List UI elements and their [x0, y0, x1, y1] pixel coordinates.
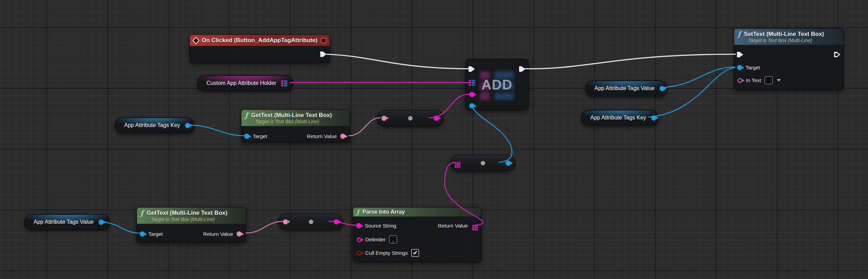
node-subtitle: Target is Text Box (Multi-Line): [151, 217, 242, 222]
cull-empty-strings-pin[interactable]: [357, 251, 362, 256]
pin-label: Target: [746, 65, 760, 70]
wire-exec-add-to-settext[interactable]: [522, 54, 736, 69]
in-text-pin[interactable]: [738, 78, 742, 83]
node-title: On Clicked (Button_AddAppTagAttribute): [202, 37, 317, 44]
return-value-pin[interactable]: [340, 134, 345, 139]
pin-label: Target: [253, 133, 267, 139]
in-text-input[interactable]: [765, 76, 773, 84]
value-output-pin[interactable]: [506, 161, 511, 166]
exec-in-pin[interactable]: [737, 52, 743, 57]
function-icon: ƒ: [357, 209, 359, 215]
pin-label: In Text: [746, 77, 761, 83]
wire-text-gettext-bottom-to-conv3[interactable]: [246, 221, 284, 233]
source-string-pin[interactable]: [356, 223, 361, 228]
conversion-dot-icon: [408, 116, 413, 121]
pin-label: Delimiter: [365, 237, 386, 242]
object-output-pin[interactable]: [659, 86, 665, 91]
node-subtitle: Target is Text Box (Multi-Line): [748, 38, 839, 43]
value-pin[interactable]: [469, 103, 474, 108]
wire-text-gettext-to-conv1[interactable]: [349, 118, 380, 136]
event-diamond-icon: [192, 37, 200, 44]
wire-value-conv2-to-add[interactable]: [472, 106, 512, 162]
pin-label: Target: [148, 231, 163, 237]
wire-exec-onclicked-to-add[interactable]: [326, 54, 470, 69]
function-node-parse-into-array[interactable]: ƒ Parse Into Array Source String Return …: [353, 207, 481, 262]
pin-label: Return Value: [203, 231, 233, 237]
checkmark-icon: ✔: [413, 249, 418, 257]
return-value-pin[interactable]: [237, 231, 242, 237]
pin-label: Cull Empty Strings: [365, 250, 408, 256]
event-node-on-clicked[interactable]: On Clicked (Button_AddAppTagAttribute): [190, 35, 330, 63]
text-input-pin[interactable]: [381, 116, 387, 121]
bound-event-icon: [321, 38, 326, 44]
node-title: GetText (Multi-Line Text Box): [251, 112, 332, 119]
pin-label: Return Value: [307, 133, 337, 139]
variable-label: Custom App Attribute Holder: [206, 80, 276, 86]
wire-key-getter-to-gettext-target[interactable]: [188, 125, 244, 136]
pin-label: Return Value: [438, 223, 468, 229]
node-title: GetText (Multi-Line Text Box): [147, 210, 228, 217]
dropdown-caret-icon[interactable]: [777, 79, 781, 81]
wire-value-getter-to-settext-target[interactable]: [660, 67, 735, 87]
function-node-settext[interactable]: ƒ SetText (Multi-Line Text Box) Target i…: [734, 28, 844, 90]
variable-node-custom-app-attribute-holder[interactable]: Custom App Attribute Holder: [197, 75, 293, 91]
variable-label: App Attribute Tags Key: [590, 115, 646, 121]
variable-node-app-attribute-tags-value-right[interactable]: App Attribute Tags Value: [585, 80, 667, 96]
target-pin[interactable]: [140, 231, 145, 237]
cull-empty-strings-checkbox[interactable]: ✔: [411, 249, 419, 257]
target-pin[interactable]: [737, 65, 742, 70]
exec-out-pin[interactable]: [320, 51, 326, 57]
text-input-pin[interactable]: [283, 219, 288, 224]
return-value-array-pin[interactable]: [472, 225, 474, 227]
map-output-pin[interactable]: [281, 80, 287, 86]
conversion-node-array-to-value[interactable]: [450, 155, 515, 171]
function-icon: ƒ: [738, 31, 741, 37]
blueprint-graph-canvas[interactable]: On Clicked (Button_AddAppTagAttribute) C…: [0, 0, 868, 279]
function-icon: ƒ: [245, 112, 248, 118]
function-node-gettext-top[interactable]: ƒ GetText (Multi-Line Text Box) Target i…: [241, 109, 350, 142]
node-title: SetText (Multi-Line Text Box): [744, 31, 824, 38]
variable-label: App Attribute Tags Value: [594, 85, 655, 92]
map-add-node[interactable]: ADD: [465, 59, 529, 110]
delimiter-input[interactable]: ,: [389, 235, 397, 243]
conversion-dot-icon: [309, 220, 313, 224]
target-map-pin[interactable]: [469, 80, 475, 86]
delimiter-pin[interactable]: [357, 237, 362, 242]
variable-node-app-attribute-tags-key-left[interactable]: App Attribute Tags Key: [115, 117, 194, 133]
node-title: Parse Into Array: [362, 209, 405, 215]
exec-out-pin[interactable]: [834, 52, 840, 57]
conversion-dot-icon: [481, 161, 485, 165]
variable-label: App Attribute Tags Value: [34, 219, 94, 225]
function-icon: ƒ: [140, 210, 144, 216]
target-pin[interactable]: [244, 134, 249, 139]
variable-node-app-attribute-tags-key-right[interactable]: App Attribute Tags Key: [581, 110, 658, 126]
function-node-gettext-bottom[interactable]: ƒ GetText (Multi-Line Text Box) Target i…: [137, 207, 246, 242]
node-subtitle: Target is Text Box (Multi-Line): [255, 119, 345, 124]
variable-label: App Attribute Tags Key: [124, 122, 180, 128]
key-pin[interactable]: [469, 92, 474, 97]
conversion-node-text-to-string-top[interactable]: [377, 110, 443, 126]
variable-node-app-attribute-tags-value-bottom[interactable]: App Attribute Tags Value: [24, 214, 110, 230]
pin-label: Source String: [365, 223, 396, 229]
